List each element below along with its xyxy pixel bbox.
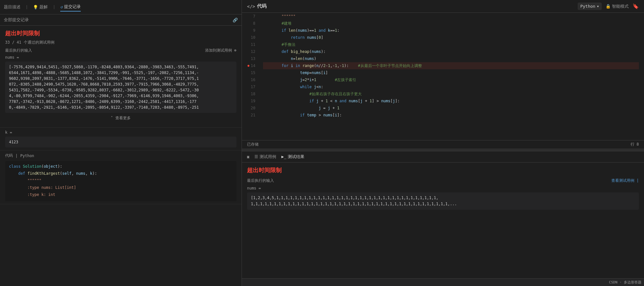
ln-7: 7 [244,13,255,20]
code-editor-line-15: temp=nums[i] [263,69,639,76]
add-test-btn[interactable]: 添加到测试用例 ⊕ [205,48,236,53]
editor-area: 7 8 9 10 11 12 13 ● 14 15 16 17 18 19 20… [242,13,644,140]
left-content[interactable]: 超出时间限制 33 / 41 个通过的测试用例 最后执行的输入 添加到测试用例 … [0,26,242,286]
tab-submissions[interactable]: ↺ 提交记录 [60,3,81,12]
result-card: 超出时间限制 33 / 41 个通过的测试用例 最后执行的输入 添加到测试用例 … [0,26,242,128]
code-editor-line-7: """""" [263,13,639,20]
link-icon[interactable]: 🔗 [233,18,238,22]
ln-15: 15 [244,69,255,76]
list-icon: ☰ [254,154,258,159]
submission-header: 全部提交记录 🔗 [0,14,242,26]
code-line-4: :type nums: List[int] [9,185,233,192]
tab-problem-desc[interactable]: 题目描述 [4,3,21,11]
tab-test-cases[interactable]: ☰ 测试用例 [254,154,276,160]
code-editor-line-14: for i in range(n//2-1,-1,-1): #从最后一个非叶子节… [263,62,639,69]
code-lines: """""" #建堆 if len(nums)==1 and k==1: ret… [258,13,644,140]
tab-test-results[interactable]: ▶_ 测试结果 [281,154,304,160]
lightbulb-icon: 💡 [33,5,38,10]
code-editor-line-17: while j<n: [263,83,639,90]
bottom-tabs: ▣ ☰ 测试用例 ▶_ 测试结果 [242,151,644,163]
history-icon: ↺ [60,4,63,9]
left-panel: 题目描述 | 💡 题解 | ↺ 提交记录 全部提交记录 🔗 超出时间限制 [0,0,242,286]
ln-10: 10 [244,34,255,41]
right-panel: </> 代码 Python ▾ 🔒 智能模式 🔖 7 8 [242,0,644,286]
all-submissions-title: 全部提交记录 [4,17,29,23]
add-icon: ⊕ [234,48,236,53]
bookmark-icon[interactable]: 🔖 [632,3,639,9]
ln-16: 16 [244,76,255,83]
ln-20: 20 [244,105,255,112]
last-input-section-label: 最后执行的输入 添加到测试用例 ⊕ [5,48,236,53]
ln-19: 19 [244,97,255,105]
ln-9: 9 [244,27,255,34]
nums-label: nums = [247,186,639,190]
input-display: [-7576,4209,9414,5451,-5927,5860,-1170,-… [5,62,236,113]
collapse-btn[interactable]: ▣ [247,155,249,159]
code-editor-line-21: if temp > nums[i]: [263,112,639,119]
code-editor-line-18: #如果右孩子存在且右孩子更大 [263,90,639,97]
ln-11: 11 [244,41,255,48]
tle-title: 超出时间限制 [5,29,236,37]
lock-icon: 🔒 [606,4,611,9]
editor-footer: 已存储 行 8 [242,140,644,148]
last-input-label-row: 最后执行的输入 查看测试用例 | [247,178,639,183]
left-code-block: class Solution(object): def findKthLarge… [5,161,236,201]
footer-separator: · [620,280,624,284]
ln-17: 17 [244,83,255,90]
test-result-area: 超出时间限制 最后执行的输入 查看测试用例 | nums = [1,2,3,4,… [242,163,644,279]
ln-18: 18 [244,90,255,97]
page-footer: CSDN · 多边形答题 [242,278,644,286]
code-editor-line-11: #手撸法 [263,41,639,48]
result-meta: 33 / 41 个通过的测试用例 [5,40,236,45]
ln-8: 8 [244,20,255,27]
line-info: 行 8 [631,142,639,147]
nums-display: [1,2,3,4,5,1,1,1,1,1,1,1,1,1,1,1,1,1,1,1… [247,192,639,210]
code-line-3: """""" [9,178,233,185]
ln-14: ● 14 [244,62,255,69]
code-panel-title: </> 代码 [247,3,267,9]
code-line-2: def findKthLargest(self, nums, k): [9,171,233,178]
tle-result-title: 超出时间限制 [247,166,639,174]
smart-mode-toggle[interactable]: 🔒 智能模式 [606,4,629,9]
line-numbers: 7 8 9 10 11 12 13 ● 14 15 16 17 18 19 20… [242,13,258,140]
code-line-5: :type k: int [9,192,233,199]
terminal-icon: ▶_ [281,154,286,159]
code-editor-line-8: #建堆 [263,20,639,27]
k-section: k = 4123 [0,128,242,150]
chevron-down-icon: ▾ [597,4,599,9]
ln-12: 12 [244,48,255,55]
code-editor-line-19: if j + 1 < n and nums[j + 1] > nums[j]: [263,97,639,105]
code-editor-line-12: def big_heap(nums): [263,48,639,55]
k-value-display: 4123 [5,137,236,147]
tab-solution[interactable]: 💡 题解 [33,3,48,11]
code-editor-line-9: if len(nums)==1 and k==1: [263,27,639,34]
h-scrollbar[interactable] [242,148,644,151]
code-header: </> 代码 Python ▾ 🔒 智能模式 🔖 [242,0,644,13]
saved-status: 已存储 [247,142,259,147]
nums-variable-label: nums = [5,55,236,60]
code-editor-line-20: j = j + 1 [263,105,639,112]
code-icon: </> [247,4,255,9]
footer-brand: CSDN · 多边形答题 [609,280,641,285]
divider: | [15,154,18,158]
ln-13: 13 [244,55,255,62]
code-header-right: Python ▾ 🔒 智能模式 🔖 [578,3,639,10]
see-test-btn[interactable]: 查看测试用例 | [611,178,639,183]
code-editor-line-10: return nums[0] [263,34,639,41]
left-tabs: 题目描述 | 💡 题解 | ↺ 提交记录 [0,0,242,14]
ln-21: 21 [244,112,255,119]
tab-divider-1: | [26,5,28,9]
code-section-header: 代码 | Python [5,153,236,158]
lang-selector[interactable]: Python ▾ [578,3,602,10]
code-section: 代码 | Python class Solution(object): def … [0,150,242,204]
test-pass-count: 33 / 41 个通过的测试用例 [5,40,54,45]
bottom-panels: ▣ ☰ 测试用例 ▶_ 测试结果 超出时间限制 最后执行的输入 查看测试用例 |… [242,151,644,279]
code-editor-line-16: j=2*i+1 #左孩子索引 [263,76,639,83]
k-label: k = [5,130,236,135]
code-line-1: class Solution(object): [9,164,233,171]
editor-lines-container[interactable]: 7 8 9 10 11 12 13 ● 14 15 16 17 18 19 20… [242,13,644,140]
see-more-btn[interactable]: ˅ 查看更多 [5,113,236,123]
code-editor-line-13: n=len(nums) [263,55,639,62]
tab-divider-2: | [53,5,55,9]
